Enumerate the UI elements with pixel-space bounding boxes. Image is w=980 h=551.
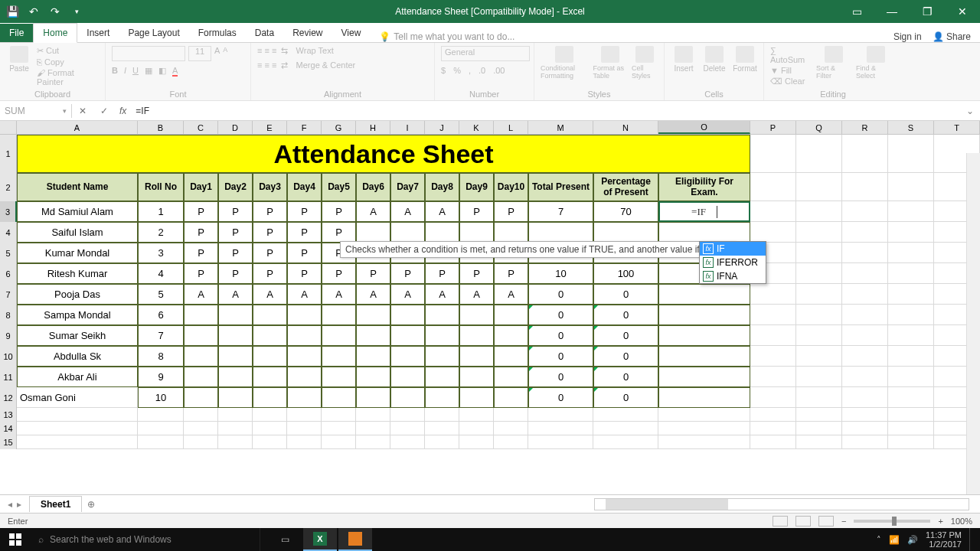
cell[interactable]	[459, 408, 494, 422]
cell[interactable]	[253, 408, 287, 422]
cell[interactable]	[888, 387, 934, 408]
vertical-scrollbar[interactable]	[966, 153, 980, 494]
cell[interactable]: A	[218, 284, 253, 305]
format-painter-button[interactable]: 🖌 Format Painter	[37, 68, 99, 86]
cell[interactable]	[287, 367, 322, 387]
cell[interactable]	[842, 305, 888, 325]
cell[interactable]	[138, 435, 184, 449]
col-header-F[interactable]: F	[287, 121, 322, 134]
cell[interactable]: A	[184, 284, 218, 305]
tray-volume-icon[interactable]: 🔊	[907, 535, 918, 545]
cell[interactable]	[494, 422, 528, 435]
taskbar-excel[interactable]: X	[303, 528, 337, 551]
cell[interactable]	[425, 305, 459, 325]
cell[interactable]	[356, 222, 390, 243]
cell[interactable]: Eligibility For Exam.	[658, 173, 750, 201]
cell[interactable]: 6	[138, 305, 184, 325]
cell[interactable]	[796, 367, 842, 387]
cell[interactable]	[528, 408, 593, 422]
formula-input[interactable]: =IF	[131, 104, 960, 118]
cell[interactable]: 0	[528, 325, 593, 346]
cell[interactable]	[494, 325, 528, 346]
cell[interactable]	[796, 173, 842, 201]
cell[interactable]: Ritesh Kumar	[17, 263, 138, 284]
cell[interactable]	[842, 263, 888, 284]
sheet-nav-next[interactable]: ▸	[17, 499, 21, 510]
cell[interactable]	[888, 135, 934, 173]
tab-file[interactable]: File	[0, 24, 33, 42]
col-header-M[interactable]: M	[528, 121, 593, 134]
cell[interactable]: A	[356, 201, 390, 222]
cell[interactable]	[528, 435, 593, 449]
cell[interactable]	[287, 387, 322, 408]
cell[interactable]	[888, 222, 934, 243]
cell[interactable]	[888, 367, 934, 387]
close-button[interactable]: ✕	[945, 0, 980, 23]
autocomplete-item[interactable]: fxIF	[700, 242, 766, 256]
horizontal-scrollbar[interactable]	[594, 498, 969, 510]
cell[interactable]	[390, 435, 425, 449]
enter-formula-button[interactable]: ✓	[93, 106, 115, 116]
tab-view[interactable]: View	[332, 24, 371, 42]
cell[interactable]: P	[287, 263, 322, 284]
cell[interactable]	[253, 305, 287, 325]
show-desktop-button[interactable]	[969, 528, 975, 551]
fx-icon[interactable]: fx	[115, 106, 131, 116]
cell[interactable]: 7	[528, 201, 593, 222]
name-box[interactable]: SUM▾	[0, 104, 72, 118]
cell[interactable]	[750, 387, 796, 408]
cell[interactable]: P	[390, 263, 425, 284]
cell[interactable]	[287, 346, 322, 367]
cell[interactable]	[593, 435, 658, 449]
cell[interactable]	[796, 284, 842, 305]
cell[interactable]	[796, 387, 842, 408]
cell[interactable]	[184, 422, 218, 435]
cell[interactable]	[253, 367, 287, 387]
bold-button[interactable]: B	[112, 66, 118, 76]
cell[interactable]	[750, 284, 796, 305]
cell[interactable]	[842, 435, 888, 449]
col-header-Q[interactable]: Q	[796, 121, 842, 134]
zoom-slider[interactable]	[854, 520, 930, 523]
cell[interactable]	[750, 346, 796, 367]
sort-filter-button[interactable]: Sort & Filter	[816, 46, 851, 80]
cell[interactable]: P	[287, 222, 322, 243]
cell[interactable]	[425, 222, 459, 243]
format-cells-button[interactable]: Format	[732, 46, 758, 73]
col-header-B[interactable]: B	[138, 121, 184, 134]
cell[interactable]	[494, 367, 528, 387]
cell[interactable]	[287, 435, 322, 449]
cell[interactable]	[322, 422, 356, 435]
cell[interactable]	[528, 422, 593, 435]
cell[interactable]	[17, 422, 138, 435]
sheet-nav-prev[interactable]: ◂	[8, 499, 12, 510]
cell[interactable]: 0	[593, 325, 658, 346]
cell[interactable]: Sumar Seikh	[17, 325, 138, 346]
row-header-2[interactable]: 2	[0, 173, 17, 201]
cell[interactable]: P	[287, 243, 322, 263]
row-header-7[interactable]: 7	[0, 284, 17, 305]
col-header-S[interactable]: S	[888, 121, 934, 134]
number-format-combo[interactable]: General	[441, 46, 530, 61]
taskbar-search[interactable]: ⌕ Search the web and Windows	[31, 528, 260, 551]
col-header-C[interactable]: C	[184, 121, 218, 134]
fill-button[interactable]: ▼ Fill	[770, 66, 812, 75]
cell[interactable]: 0	[528, 387, 593, 408]
cell[interactable]: Day3	[253, 173, 287, 201]
share-button[interactable]: 👤 Share	[933, 31, 971, 42]
cell[interactable]: 5	[138, 284, 184, 305]
cell[interactable]	[658, 222, 750, 243]
task-view-button[interactable]: ▭	[268, 528, 302, 551]
cell[interactable]	[796, 422, 842, 435]
col-header-H[interactable]: H	[356, 121, 390, 134]
cell[interactable]: Saiful Islam	[17, 222, 138, 243]
cell[interactable]	[390, 346, 425, 367]
row-header-11[interactable]: 11	[0, 367, 17, 387]
sheet-tab-1[interactable]: Sheet1	[29, 496, 82, 512]
cell[interactable]	[425, 422, 459, 435]
underline-button[interactable]: U	[132, 66, 139, 76]
undo-icon[interactable]: ↶	[26, 4, 41, 19]
cell[interactable]	[842, 346, 888, 367]
start-button[interactable]	[0, 528, 31, 551]
cell[interactable]	[842, 135, 888, 173]
